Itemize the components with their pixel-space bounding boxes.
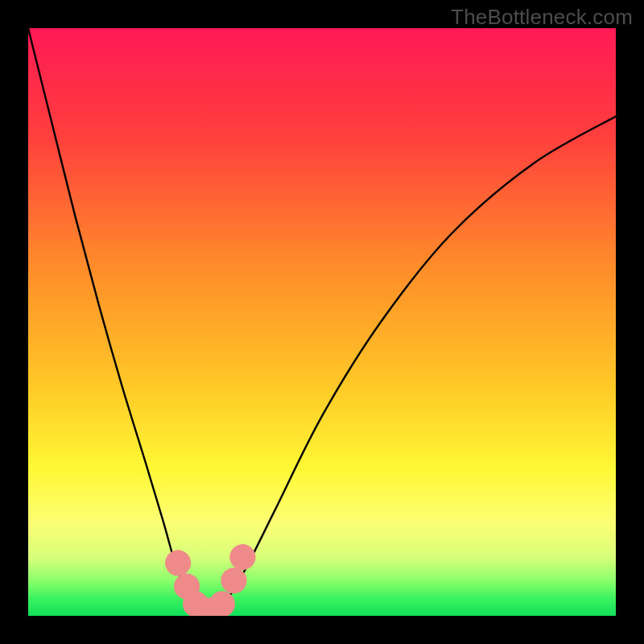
marker-point — [165, 550, 191, 576]
bottleneck-chart — [28, 28, 616, 616]
marker-point — [221, 568, 246, 593]
watermark-text: TheBottleneck.com — [451, 5, 633, 30]
plot-area — [28, 28, 616, 616]
chart-frame: TheBottleneck.com — [0, 0, 644, 644]
marker-point — [229, 544, 255, 570]
gradient-background — [28, 28, 616, 616]
marker-point — [209, 591, 235, 616]
